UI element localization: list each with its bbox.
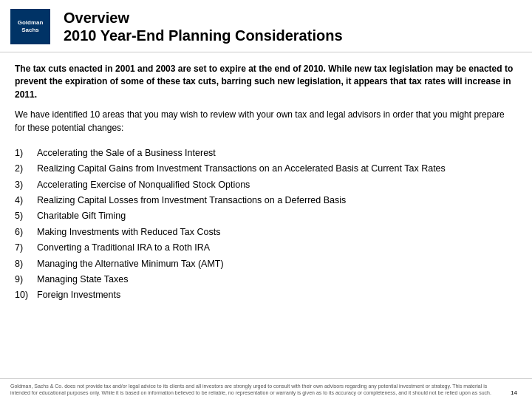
list-item-text: Accelerating the Sale of a Business Inte… [37,146,216,160]
logo-container: Goldman Sachs [10,9,50,44]
list-item-text: Realizing Capital Gains from Investment … [37,162,446,176]
list-item-text: Foreign Investments [37,288,120,302]
main-content: The tax cuts enacted in 2001 and 2003 ar… [0,52,532,378]
header: Goldman Sachs Overview 2010 Year-End Pla… [0,0,532,52]
list-item-text: Making Investments with Reduced Tax Cost… [37,225,221,239]
list-item: 10)Foreign Investments [15,288,517,302]
footer-page-number: 14 [502,389,517,396]
list-item-number: 4) [15,194,37,208]
list-item: 7)Converting a Traditional IRA to a Roth… [15,241,517,255]
list-item: 8)Managing the Alternative Minimum Tax (… [15,257,517,271]
list-item-number: 2) [15,162,37,176]
list-item-text: Converting a Traditional IRA to a Roth I… [37,241,210,255]
header-title-block: Overview 2010 Year-End Planning Consider… [64,9,343,44]
list-item-text: Charitable Gift Timing [37,209,126,223]
logo-text-top: Goldman [18,19,44,27]
header-title-line2: 2010 Year-End Planning Considerations [64,27,343,44]
intro-normal: We have identified 10 areas that you may… [15,109,517,134]
page-container: Goldman Sachs Overview 2010 Year-End Pla… [0,0,532,399]
footer: Goldman, Sachs & Co. does not provide ta… [0,378,532,399]
list-item-number: 9) [15,273,37,287]
list-item-number: 7) [15,241,37,255]
list-item-number: 3) [15,178,37,192]
list-item-text: Realizing Capital Losses from Investment… [37,194,346,208]
list-item: 4)Realizing Capital Losses from Investme… [15,194,517,208]
list-item-number: 6) [15,225,37,239]
logo-text-bottom: Sachs [21,27,39,34]
list-item-number: 8) [15,257,37,271]
list-item: 3)Accelerating Exercise of Nonqualified … [15,178,517,192]
list-item-number: 10) [15,288,37,302]
list-item-text: Accelerating Exercise of Nonqualified St… [37,178,250,192]
list-item: 5)Charitable Gift Timing [15,209,517,223]
list-item: 1)Accelerating the Sale of a Business In… [15,146,517,160]
numbered-list: 1)Accelerating the Sale of a Business In… [15,146,517,303]
list-item: 6)Making Investments with Reduced Tax Co… [15,225,517,239]
intro-bold: The tax cuts enacted in 2001 and 2003 ar… [15,63,517,101]
goldman-sachs-logo: Goldman Sachs [10,9,50,44]
list-item: 9)Managing State Taxes [15,273,517,287]
list-item-text: Managing the Alternative Minimum Tax (AM… [37,257,224,271]
list-item-number: 5) [15,209,37,223]
list-item-text: Managing State Taxes [37,273,128,287]
list-item: 2)Realizing Capital Gains from Investmen… [15,162,517,176]
header-title-line1: Overview [64,9,343,27]
list-item-number: 1) [15,146,37,160]
footer-disclaimer: Goldman, Sachs & Co. does not provide ta… [10,383,498,396]
